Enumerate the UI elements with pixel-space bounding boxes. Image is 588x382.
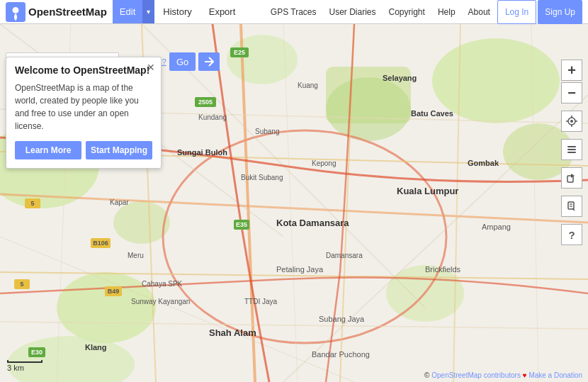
svg-text:Meru: Meru — [128, 252, 144, 259]
svg-point-1 — [13, 7, 19, 13]
svg-point-72 — [570, 120, 573, 123]
svg-text:Sungai Buloh: Sungai Buloh — [177, 148, 227, 157]
svg-text:Petaling Jaya: Petaling Jaya — [276, 265, 324, 274]
osm-attribution-link[interactable]: OpenStreetMap contributors — [431, 371, 521, 379]
svg-text:B49: B49 — [108, 288, 120, 295]
locate-button[interactable] — [561, 111, 582, 132]
share-button[interactable] — [561, 167, 582, 189]
svg-text:Batu Caves: Batu Caves — [411, 109, 453, 118]
svg-text:2505: 2505 — [198, 99, 213, 106]
svg-text:Cahaya SPK: Cahaya SPK — [142, 280, 183, 288]
svg-text:Sunway Kayangan: Sunway Kayangan — [131, 298, 190, 305]
svg-text:Subang: Subang — [255, 128, 279, 135]
svg-text:E35: E35 — [236, 221, 247, 228]
svg-text:Kapar: Kapar — [110, 198, 129, 206]
svg-text:B106: B106 — [93, 240, 108, 247]
svg-rect-79 — [567, 146, 576, 147]
attribution-text: © OpenStreetMap contributors — [424, 371, 521, 379]
svg-text:Brickfields: Brickfields — [425, 265, 461, 274]
zoom-in-button[interactable]: + — [561, 60, 582, 81]
svg-text:Damansara: Damansara — [326, 252, 363, 259]
right-navigation: GPS Traces User Diaries Copyright Help A… — [265, 0, 588, 24]
welcome-close-button[interactable]: ✕ — [147, 62, 155, 73]
sign-up-link[interactable]: Sign Up — [538, 0, 582, 24]
svg-text:Kundang: Kundang — [198, 113, 227, 121]
map-container[interactable]: Kota Damansara Petaling Jaya Kuala Lumpu… — [0, 24, 588, 382]
directions-button[interactable] — [198, 52, 220, 71]
edit-dropdown[interactable]: Edit ▾ — [113, 0, 154, 23]
top-navigation: OpenStreetMap Edit ▾ History Export GPS … — [0, 0, 588, 24]
svg-text:Selayang: Selayang — [383, 74, 417, 82]
user-diaries-link[interactable]: User Diaries — [324, 0, 382, 24]
welcome-text: OpenStreetMap is a map of the world, cre… — [15, 82, 152, 133]
osm-logo-icon — [6, 2, 26, 22]
scale-bar: 3 km — [7, 360, 43, 372]
directions-icon — [204, 57, 214, 67]
svg-text:Kuang: Kuang — [298, 82, 318, 89]
go-button[interactable]: Go — [169, 52, 196, 71]
history-button[interactable]: History — [154, 0, 200, 23]
query-button[interactable]: ? — [561, 224, 582, 245]
logo-area[interactable]: OpenStreetMap — [0, 2, 113, 22]
zoom-out-button[interactable]: − — [561, 82, 582, 103]
svg-text:5: 5 — [30, 200, 34, 207]
svg-point-8 — [326, 77, 411, 141]
layers-button[interactable] — [561, 139, 582, 160]
attribution: © OpenStreetMap contributors ♥ Make a Do… — [424, 371, 582, 379]
svg-point-4 — [57, 272, 156, 343]
edit-dropdown-arrow[interactable]: ▾ — [142, 0, 154, 23]
learn-more-button[interactable]: Learn More — [15, 141, 81, 159]
svg-text:Kepong: Kepong — [312, 159, 336, 167]
svg-point-9 — [227, 35, 298, 84]
locate-icon — [566, 116, 577, 127]
export-button[interactable]: Export — [200, 0, 244, 23]
svg-text:Bukit Subang: Bukit Subang — [241, 174, 283, 181]
svg-text:E25: E25 — [234, 49, 245, 56]
welcome-panel: ✕ Welcome to OpenStreetMap! OpenStreetMa… — [6, 57, 162, 169]
about-link[interactable]: About — [463, 0, 496, 24]
map-controls: + − — [561, 60, 582, 245]
start-mapping-button[interactable]: Start Mapping — [86, 141, 152, 159]
svg-text:Shah Alam: Shah Alam — [209, 327, 256, 338]
copyright-link[interactable]: Copyright — [383, 0, 431, 24]
gps-traces-link[interactable]: GPS Traces — [265, 0, 322, 24]
donate-link[interactable]: Make a Donation — [528, 371, 582, 379]
scale-line — [7, 360, 43, 363]
svg-rect-77 — [567, 152, 576, 153]
svg-text:Kuala Lumpur: Kuala Lumpur — [397, 186, 458, 196]
svg-rect-78 — [567, 149, 576, 150]
svg-text:5: 5 — [20, 281, 23, 288]
svg-text:Ampang: Ampang — [482, 223, 511, 231]
svg-text:Subang Jaya: Subang Jaya — [319, 315, 365, 323]
help-link[interactable]: Help — [432, 0, 461, 24]
log-in-link[interactable]: Log In — [497, 0, 536, 24]
svg-text:E30: E30 — [31, 349, 43, 356]
note-icon — [567, 201, 577, 211]
svg-point-10 — [113, 201, 170, 244]
share-icon — [567, 173, 577, 183]
svg-text:Klang: Klang — [85, 343, 107, 352]
welcome-actions: Learn More Start Mapping — [15, 141, 152, 159]
svg-text:Bandar Puchong: Bandar Puchong — [312, 350, 370, 359]
svg-rect-81 — [568, 202, 574, 209]
scale-label: 3 km — [7, 364, 24, 372]
edit-button[interactable]: Edit — [113, 0, 142, 23]
svg-text:Gombak: Gombak — [468, 159, 499, 167]
svg-text:Kota Damansara: Kota Damansara — [276, 218, 349, 228]
layers-icon — [566, 144, 577, 155]
note-button[interactable] — [561, 196, 582, 217]
welcome-title: Welcome to OpenStreetMap! — [15, 64, 152, 76]
logo-text[interactable]: OpenStreetMap — [28, 6, 107, 18]
svg-text:TTDI Jaya: TTDI Jaya — [244, 298, 278, 305]
